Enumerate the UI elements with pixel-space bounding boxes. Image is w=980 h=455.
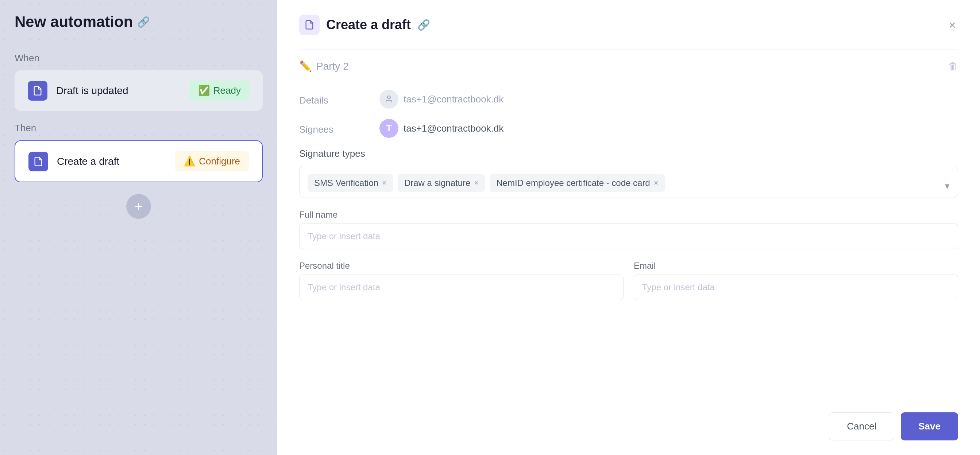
signee-email-row: T tas+1@contractbook.dk <box>379 119 958 138</box>
left-header: New automation 🔗 <box>14 13 263 31</box>
header-divider <box>299 49 958 50</box>
sig-tag-nemid-label: NemID employee certificate - code card <box>496 178 650 188</box>
signature-tags-row: SMS Verification × Draw a signature × Ne… <box>307 174 950 192</box>
right-panel-title: Create a draft <box>326 17 411 32</box>
action-label: Create a draft <box>57 156 119 167</box>
right-header-left: Create a draft 🔗 <box>299 14 430 35</box>
footer-actions: Cancel Save <box>299 405 958 441</box>
plus-icon: + <box>135 199 143 214</box>
automation-title: New automation <box>14 13 133 31</box>
party-left: ✏️ Party 2 <box>299 60 349 72</box>
then-label: Then <box>14 122 263 134</box>
close-button[interactable]: × <box>947 16 958 34</box>
details-email-row: tas+1@contractbook.dk <box>379 90 958 109</box>
save-button[interactable]: Save <box>901 412 958 441</box>
personal-title-group: Personal title <box>299 261 624 300</box>
right-panel: Create a draft 🔗 × ✏️ Party 2 🗑 Details <box>277 0 980 455</box>
when-label: When <box>14 52 263 64</box>
ready-badge: ✅ Ready <box>189 81 250 101</box>
sig-tag-sms-remove[interactable]: × <box>382 178 387 188</box>
email-label: Email <box>634 261 958 271</box>
details-row: Details tas+1@contractbook.dk <box>299 90 958 109</box>
signee-email-value: tas+1@contractbook.dk <box>404 123 503 134</box>
title-edit-icon[interactable]: 🔗 <box>137 16 150 28</box>
personal-title-input[interactable] <box>299 274 624 300</box>
cancel-button[interactable]: Cancel <box>829 412 894 441</box>
email-group: Email <box>634 261 958 300</box>
ready-check-icon: ✅ <box>198 85 210 96</box>
signature-types-label: Signature types <box>299 148 958 159</box>
then-section: Then Create a draft ⚠️ Configure + <box>14 122 263 219</box>
party-trash-icon[interactable]: 🗑 <box>948 60 958 72</box>
ready-label: Ready <box>213 85 241 96</box>
details-email-value: tas+1@contractbook.dk <box>404 94 503 105</box>
sig-tag-draw: Draw a signature × <box>398 174 485 192</box>
trigger-doc-icon <box>28 81 48 101</box>
trigger-card[interactable]: Draft is updated ✅ Ready <box>14 70 263 111</box>
sig-tag-nemid-remove[interactable]: × <box>654 178 659 188</box>
sig-tag-draw-label: Draw a signature <box>404 178 470 188</box>
sig-tag-nemid: NemID employee certificate - code card × <box>490 174 665 192</box>
signee-avatar: T <box>379 119 398 138</box>
full-name-group: Full name <box>299 210 958 249</box>
right-edit-icon[interactable]: 🔗 <box>417 19 430 31</box>
party-row: ✏️ Party 2 🗑 <box>299 60 958 78</box>
signature-types-box[interactable]: SMS Verification × Draw a signature × Ne… <box>299 166 958 198</box>
configure-badge: ⚠️ Configure <box>175 151 249 171</box>
two-col-row: Personal title Email <box>299 261 958 312</box>
sig-tag-draw-remove[interactable]: × <box>474 178 479 188</box>
signees-row: Signees T tas+1@contractbook.dk <box>299 119 958 138</box>
full-name-input[interactable] <box>299 224 958 249</box>
sig-tag-sms: SMS Verification × <box>307 174 393 192</box>
action-doc-icon <box>29 152 48 171</box>
personal-title-label: Personal title <box>299 261 624 271</box>
action-card[interactable]: Create a draft ⚠️ Configure <box>14 140 263 182</box>
form-section: ✏️ Party 2 🗑 Details tas+1@contractbook.… <box>299 60 958 390</box>
signees-label: Signees <box>299 119 379 135</box>
details-label: Details <box>299 90 379 106</box>
right-doc-icon <box>299 14 320 35</box>
right-header: Create a draft 🔗 × <box>299 14 958 35</box>
signees-content: T tas+1@contractbook.dk <box>379 119 958 138</box>
left-panel: New automation 🔗 When Draft is updated ✅… <box>0 0 277 455</box>
trigger-card-left: Draft is updated <box>28 81 129 101</box>
configure-warn-icon: ⚠️ <box>183 156 195 167</box>
details-avatar <box>379 90 398 109</box>
details-content: tas+1@contractbook.dk <box>379 90 958 109</box>
configure-label: Configure <box>199 156 240 167</box>
svg-point-0 <box>388 96 390 99</box>
email-input[interactable] <box>634 274 958 300</box>
sig-dropdown-arrow-icon[interactable]: ▼ <box>943 182 951 191</box>
add-step-button[interactable]: + <box>126 194 151 219</box>
party-label: Party 2 <box>316 60 349 72</box>
action-card-left: Create a draft <box>29 152 119 171</box>
trigger-label: Draft is updated <box>56 85 129 97</box>
full-name-label: Full name <box>299 210 958 220</box>
sig-tag-sms-label: SMS Verification <box>314 178 379 188</box>
signature-types-group: Signature types SMS Verification × Draw … <box>299 148 958 198</box>
party-edit-icon[interactable]: ✏️ <box>299 60 312 72</box>
